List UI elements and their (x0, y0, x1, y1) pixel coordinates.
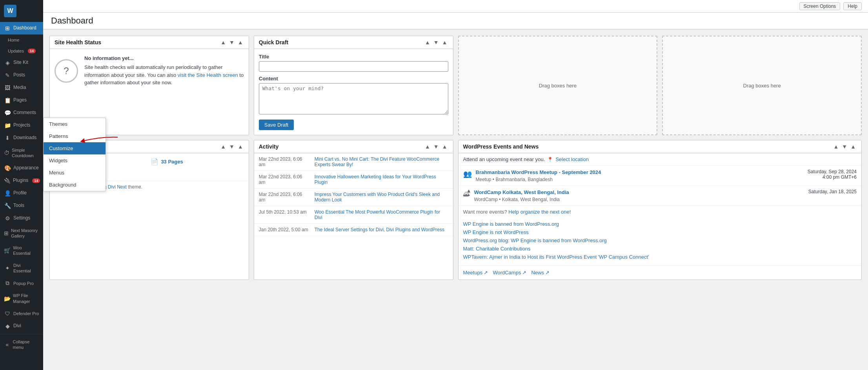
wordcamps-external-icon: ↗ (522, 270, 526, 276)
sidebar-item-collapse[interactable]: « Collapse menu (0, 336, 43, 354)
sidebar-label-woo: Woo Essential (13, 245, 39, 256)
sidebar-item-projects[interactable]: 📁 Projects (0, 119, 43, 132)
sidebar-item-popup-pro[interactable]: ⧉ Popup Pro (0, 277, 43, 290)
glance-close[interactable]: ▲ (237, 143, 244, 150)
help-button[interactable]: Help (843, 2, 862, 10)
quick-draft-collapse-up[interactable]: ▲ (424, 39, 431, 45)
activity-header[interactable]: Activity ▲ ▼ ▲ (254, 140, 453, 153)
pages-icon: 📋 (4, 97, 11, 103)
sidebar-item-home[interactable]: Home (0, 34, 43, 45)
sidebar-label-profile: Profile (13, 190, 27, 196)
sidebar-item-sitekit[interactable]: ◈ Site Kit (0, 56, 43, 69)
quick-draft-close[interactable]: ▲ (441, 39, 448, 45)
sidebar-item-divi[interactable]: ◆ Divi (0, 320, 43, 332)
event-2-title[interactable]: WordCamp Kolkata, West Bengal, India (474, 189, 569, 195)
sidebar-item-simple-countdown[interactable]: ⏱ Simple Countdown (0, 144, 43, 162)
sidebar-label-plugins: Plugins (13, 178, 28, 184)
site-health-collapse-up[interactable]: ▲ (220, 39, 227, 45)
activity-link-3[interactable]: Impress Your Customers with Woo Product … (315, 192, 448, 203)
activity-link-5[interactable]: The Ideal Server Settings for Divi, Divi… (315, 227, 444, 232)
drag-box-1: Drag boxes here (458, 36, 658, 135)
submenu-background[interactable]: Background (44, 179, 106, 191)
events-collapse-down[interactable]: ▼ (841, 143, 848, 150)
activity-collapse-down[interactable]: ▼ (433, 143, 440, 150)
meetups-link[interactable]: Meetups ↗ (463, 270, 488, 276)
events-collapse-up[interactable]: ▲ (832, 143, 839, 150)
sidebar-item-media[interactable]: 🖼 Media (0, 82, 43, 94)
sidebar-item-wp-file-manager[interactable]: 📂 WP File Manager (0, 290, 43, 307)
dashboard-body: Site Health Status ▲ ▼ ▲ ? No informatio… (43, 29, 868, 370)
sidebar-item-dashboard[interactable]: ⊞ Dashboard (0, 22, 43, 34)
title-input[interactable] (259, 61, 448, 72)
quick-draft-header[interactable]: Quick Draft ▲ ▼ ▲ (254, 36, 453, 49)
submenu-patterns[interactable]: Patterns (44, 130, 106, 142)
save-draft-button[interactable]: Save Draft (259, 120, 294, 130)
events-header[interactable]: WordPress Events and News ▲ ▼ ▲ (459, 140, 862, 153)
dashboard-icon: ⊞ (4, 25, 11, 31)
activity-item-1: Mar 22nd 2023, 6:06 am Mini Cart vs. No … (254, 153, 453, 171)
glance-collapse-down[interactable]: ▼ (228, 143, 235, 150)
site-health-collapse-down[interactable]: ▼ (228, 39, 235, 45)
news-link-3[interactable]: WordPress.org blog: WP Engine is banned … (463, 238, 607, 243)
sidebar-label-sitekit: Site Kit (13, 60, 28, 66)
sidebar-item-plugins[interactable]: 🔌 Plugins 14 (0, 174, 43, 187)
sidebar-item-next-masonry[interactable]: ⊞ Next Masonry Gallery (0, 225, 43, 242)
sidebar-item-divi-essential[interactable]: ✦ Divi Essential (0, 259, 43, 277)
content-textarea[interactable] (259, 83, 448, 114)
events-intro: Attend an upcoming event near you. (463, 156, 545, 162)
glance-collapse-up[interactable]: ▲ (220, 143, 227, 150)
news-link-4[interactable]: Matt: Charitable Contributions (463, 246, 531, 252)
site-health-link[interactable]: visit the Site Health screen (178, 72, 238, 78)
sidebar-label-settings: Settings (13, 215, 30, 221)
sidebar-item-defender-pro[interactable]: 🛡 Defender Pro (0, 307, 43, 320)
activity-link-2[interactable]: Innovative Halloween Marketing Ideas for… (315, 174, 448, 185)
sidebar-item-woo-essential[interactable]: 🛒 Woo Essential (0, 242, 43, 259)
help-organize-link[interactable]: Help organize the next one! (508, 209, 571, 215)
sidebar-item-comments[interactable]: 💬 Comments (0, 107, 43, 119)
news-item-1: WP Engine is banned from WordPress.org (463, 221, 857, 227)
sidebar-item-tools[interactable]: 🔧 Tools (0, 200, 43, 212)
dashboard-grid: Site Health Status ▲ ▼ ▲ ? No informatio… (49, 36, 862, 280)
news-link[interactable]: News ↗ (531, 270, 550, 276)
appearance-submenu: Themes Patterns Customize Widgets Menus … (43, 118, 106, 191)
location-pin-icon: 📍 (547, 157, 553, 162)
sidebar-item-downloads[interactable]: ⬇ Downloads (0, 132, 43, 144)
activity-link-1[interactable]: Mini Cart vs. No Mini Cart: The Divi Fea… (315, 156, 448, 167)
activity-link-4[interactable]: Woo Essential The Most Powerful WooComme… (315, 209, 448, 220)
at-a-glance-controls: ▲ ▼ ▲ (220, 143, 244, 150)
topbar-right: Screen Options Help (799, 2, 862, 10)
sidebar-item-posts[interactable]: ✎ Posts (0, 69, 43, 82)
sidebar-item-updates[interactable]: Updates 14 (0, 45, 43, 56)
quick-draft-collapse-down[interactable]: ▼ (433, 39, 440, 45)
site-health-close[interactable]: ▲ (237, 39, 244, 45)
main-content: Screen Options Help Dashboard Site Healt… (43, 0, 868, 370)
events-close[interactable]: ▲ (850, 143, 857, 150)
sidebar-label-comments: Comments (13, 110, 36, 116)
news-link-5[interactable]: WPTavern: Ajmer in India to Host its Fir… (463, 254, 649, 260)
activity-close[interactable]: ▲ (441, 143, 448, 150)
event-1-details: Brahmanbaria WordPress Meetup - Septembe… (476, 169, 804, 182)
content-label: Content (259, 76, 448, 82)
site-health-header[interactable]: Site Health Status ▲ ▼ ▲ (50, 36, 249, 49)
news-link-1[interactable]: WP Engine is banned from WordPress.org (463, 221, 559, 227)
activity-item-4: Jul 5th 2022, 10:53 am Woo Essential The… (254, 206, 453, 224)
screen-options-button[interactable]: Screen Options (799, 2, 841, 10)
masonry-icon: ⊞ (4, 230, 9, 236)
event-2-meta: WordCamp • Kolkata, West Bengal, India (474, 197, 804, 202)
site-health-body: ? No information yet... Site health chec… (50, 49, 249, 93)
sidebar-item-settings[interactable]: ⚙ Settings (0, 212, 43, 225)
submenu-customize[interactable]: Customize (44, 142, 106, 154)
pages-count-link[interactable]: 33 Pages (161, 159, 183, 165)
theme-link[interactable]: Divi Next (108, 184, 127, 190)
event-1-title[interactable]: Brahmanbaria WordPress Meetup - Septembe… (476, 169, 601, 175)
submenu-widgets[interactable]: Widgets (44, 154, 106, 167)
news-link-2[interactable]: WP Engine is not WordPress (463, 229, 529, 235)
select-location-link[interactable]: Select location (555, 156, 589, 162)
sidebar-item-profile[interactable]: 👤 Profile (0, 187, 43, 200)
submenu-menus[interactable]: Menus (44, 167, 106, 179)
activity-collapse-up[interactable]: ▲ (424, 143, 431, 150)
sidebar-item-pages[interactable]: 📋 Pages (0, 94, 43, 107)
wordcamps-link[interactable]: WordCamps ↗ (493, 270, 526, 276)
submenu-themes[interactable]: Themes (44, 118, 106, 130)
sidebar-item-appearance[interactable]: 🎨 Appearance (0, 162, 43, 174)
